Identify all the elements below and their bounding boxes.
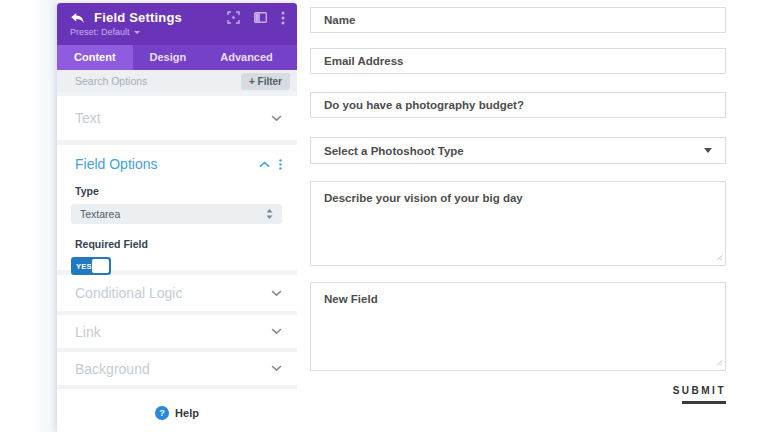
required-field-label: Required Field <box>75 238 282 250</box>
vision-textarea[interactable]: Describe your vision of your big day <box>311 182 725 265</box>
divi-builder-screen: Field Settings <box>0 0 768 432</box>
tab-advanced[interactable]: Advanced <box>203 45 290 70</box>
section-conditional-logic: Conditional Logic <box>57 275 297 311</box>
select-caret-icon <box>704 148 712 153</box>
split-columns-icon[interactable] <box>254 12 267 23</box>
field-options-label: Field Options <box>75 156 157 172</box>
chevron-down-icon <box>271 290 282 297</box>
expand-icon[interactable] <box>227 11 240 24</box>
type-dropdown-value: Textarea <box>80 208 120 220</box>
toggle-yes-label: YES <box>76 262 92 271</box>
contact-form-preview: Select a Photoshoot Type Describe your v… <box>297 0 768 432</box>
photoshoot-type-value: Select a Photoshoot Type <box>324 145 464 157</box>
submit-button[interactable]: SUBMIT <box>673 385 726 404</box>
type-label: Type <box>75 185 282 197</box>
form-field-name <box>310 7 726 33</box>
email-input[interactable] <box>311 49 725 73</box>
modal-header: Field Settings <box>57 3 297 45</box>
section-link-label: Link <box>75 324 101 340</box>
help-icon: ? <box>155 406 169 420</box>
submit-label: SUBMIT <box>673 385 726 396</box>
preset-caret-icon <box>134 31 140 34</box>
tab-content[interactable]: Content <box>57 45 133 70</box>
submit-underline <box>682 401 726 404</box>
type-dropdown[interactable]: Textarea <box>71 204 282 224</box>
filter-button[interactable]: + Filter <box>241 73 290 90</box>
field-settings-modal: Field Settings <box>57 3 297 432</box>
help-button[interactable]: ? Help <box>57 389 297 432</box>
search-bar: + Filter <box>57 70 297 92</box>
search-input[interactable] <box>75 75 241 87</box>
section-options-icon[interactable] <box>279 159 282 170</box>
photoshoot-type-select[interactable]: Select a Photoshoot Type <box>310 137 726 164</box>
section-conditional-logic-toggle[interactable]: Conditional Logic <box>57 275 297 311</box>
chevron-down-icon <box>271 328 282 335</box>
help-label: Help <box>175 407 199 419</box>
updown-arrows-icon <box>265 208 274 220</box>
form-field-new: New Field <box>310 282 726 371</box>
tab-design[interactable]: Design <box>133 45 204 70</box>
section-conditional-logic-label: Conditional Logic <box>75 285 182 301</box>
chevron-down-icon <box>271 115 282 122</box>
name-input[interactable] <box>311 8 725 32</box>
modal-content: Text Field Options <box>57 92 297 432</box>
back-icon[interactable] <box>70 12 85 24</box>
form-field-email <box>310 48 726 74</box>
modal-title: Field Settings <box>94 10 182 25</box>
modal-tabs: Content Design Advanced <box>57 45 297 70</box>
chevron-up-icon[interactable] <box>259 161 270 168</box>
required-field-toggle[interactable]: YES <box>71 257 111 275</box>
preset-label: Preset: Default <box>70 27 130 37</box>
section-link: Link <box>57 315 297 348</box>
section-text-label: Text <box>75 110 101 126</box>
resize-handle-icon[interactable] <box>715 356 723 368</box>
more-options-icon[interactable] <box>281 11 285 25</box>
budget-input[interactable] <box>311 93 725 117</box>
section-link-toggle[interactable]: Link <box>57 315 297 348</box>
form-field-vision: Describe your vision of your big day <box>310 181 726 266</box>
chevron-down-icon <box>271 365 282 372</box>
section-text: Text <box>57 96 297 140</box>
new-field-textarea[interactable]: New Field <box>311 283 725 370</box>
toggle-knob <box>92 259 109 273</box>
section-text-toggle[interactable]: Text <box>57 96 297 140</box>
section-field-options: Field Options Type Textarea <box>57 145 297 270</box>
section-background: Background <box>57 352 297 385</box>
section-background-label: Background <box>75 361 150 377</box>
preset-selector[interactable]: Preset: Default <box>70 27 285 37</box>
form-field-budget <box>310 92 726 118</box>
resize-handle-icon[interactable] <box>715 251 723 263</box>
section-background-toggle[interactable]: Background <box>57 352 297 385</box>
page-gutter <box>0 0 57 432</box>
